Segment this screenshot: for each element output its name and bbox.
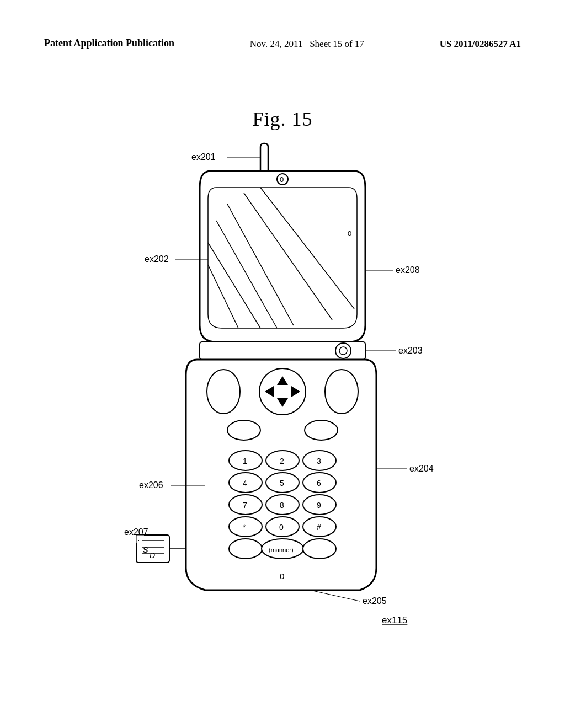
svg-text:ex201: ex201 <box>191 152 216 162</box>
svg-text:ex207: ex207 <box>124 527 148 537</box>
svg-point-48 <box>303 539 336 559</box>
svg-text:7: 7 <box>243 501 247 510</box>
publication-date: Nov. 24, 2011 <box>250 39 303 49</box>
svg-text:0: 0 <box>279 523 284 532</box>
svg-text:9: 9 <box>317 501 321 510</box>
svg-text:ex203: ex203 <box>398 346 423 355</box>
publication-date-sheet: Nov. 24, 2011 Sheet 15 of 17 <box>250 36 364 51</box>
svg-point-12 <box>207 370 240 414</box>
figure-title: Fig. 15 <box>252 108 312 131</box>
svg-text:0: 0 <box>280 571 284 581</box>
svg-text:#: # <box>317 523 321 532</box>
svg-point-45 <box>229 539 262 559</box>
svg-text:0: 0 <box>280 175 284 184</box>
svg-line-72 <box>310 590 360 601</box>
svg-text:ex208: ex208 <box>396 265 420 275</box>
sheet-info: Sheet 15 of 17 <box>310 39 364 49</box>
svg-text:2: 2 <box>280 457 284 465</box>
svg-text:*: * <box>243 523 246 532</box>
svg-text:ex202: ex202 <box>145 254 169 264</box>
svg-point-19 <box>227 420 260 440</box>
svg-text:ex204: ex204 <box>409 464 434 473</box>
svg-point-13 <box>325 370 358 414</box>
svg-text:5: 5 <box>280 479 284 488</box>
svg-point-11 <box>339 347 347 355</box>
svg-text:ex115: ex115 <box>382 615 407 625</box>
phone-diagram-svg: 0 1 2 3 4 <box>89 138 476 662</box>
svg-text:D: D <box>150 551 155 560</box>
svg-text:ex205: ex205 <box>363 596 387 606</box>
svg-text:ex206: ex206 <box>139 480 163 490</box>
svg-text:3: 3 <box>317 457 321 465</box>
patent-diagram: 0 1 2 3 4 <box>89 138 476 662</box>
svg-text:8: 8 <box>280 501 284 510</box>
publication-title: Patent Application Publication <box>44 36 174 50</box>
svg-text:1: 1 <box>243 457 247 465</box>
svg-text:0: 0 <box>348 229 351 238</box>
svg-text:4: 4 <box>243 479 247 488</box>
publication-number: US 2011/0286527 A1 <box>440 36 521 51</box>
page-header: Patent Application Publication Nov. 24, … <box>0 36 565 51</box>
svg-text:(manner): (manner) <box>269 547 294 553</box>
svg-point-20 <box>305 420 338 440</box>
svg-text:6: 6 <box>317 479 321 488</box>
svg-text:S: S <box>143 545 148 554</box>
